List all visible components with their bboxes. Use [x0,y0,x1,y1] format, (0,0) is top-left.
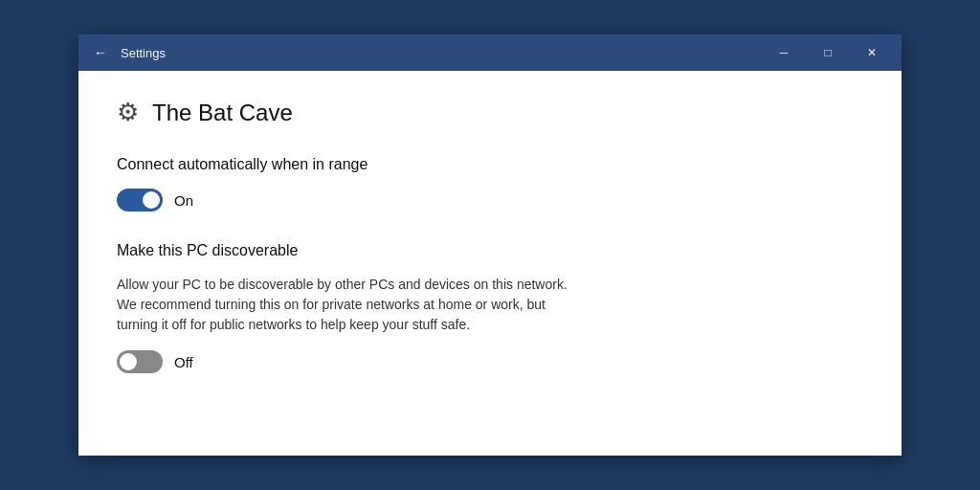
discoverable-section: Make this PC discoverable Allow your PC … [117,242,863,373]
discoverable-title: Make this PC discoverable [117,242,863,259]
main-content: ⚙ The Bat Cave Connect automatically whe… [78,71,902,456]
close-icon: ✕ [867,46,877,59]
titlebar: ← Settings ─ □ ✕ [78,34,902,71]
auto-connect-toggle[interactable] [117,189,163,212]
gear-icon: ⚙ [117,98,139,127]
minimize-button[interactable]: ─ [762,34,806,71]
discoverable-toggle-knob [120,353,137,370]
content-area: ⚙ The Bat Cave Connect automatically whe… [78,71,902,456]
minimize-icon: ─ [780,46,789,59]
back-icon: ← [94,45,107,60]
discoverable-toggle[interactable] [117,350,163,373]
close-button[interactable]: ✕ [850,34,894,71]
titlebar-title: Settings [121,46,762,60]
auto-connect-toggle-knob [143,191,160,209]
auto-connect-toggle-label: On [174,192,193,209]
auto-connect-title: Connect automatically when in range [117,156,863,173]
page-title: The Bat Cave [152,100,293,126]
maximize-icon: □ [824,46,831,59]
discoverable-description: Allow your PC to be discoverable by othe… [117,275,576,335]
page-header: ⚙ The Bat Cave [117,98,863,127]
discoverable-toggle-label: Off [174,354,193,370]
auto-connect-toggle-row: On [117,189,863,212]
settings-window: ← Settings ─ □ ✕ ⚙ The Bat Cave Connect [78,34,902,456]
window-controls: ─ □ ✕ [762,34,894,71]
maximize-button[interactable]: □ [806,34,850,71]
discoverable-toggle-row: Off [117,350,863,373]
back-button[interactable]: ← [86,38,115,67]
auto-connect-section: Connect automatically when in range On [117,156,863,212]
